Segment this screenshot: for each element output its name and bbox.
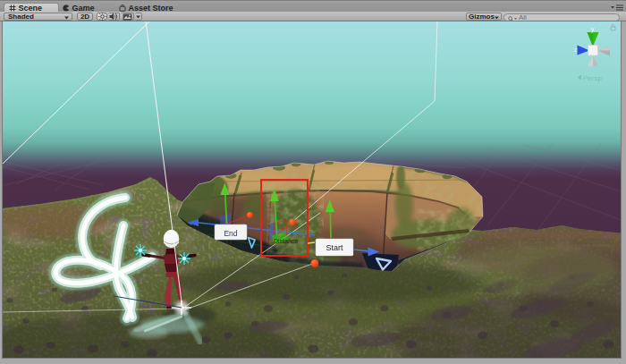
svg-text:Persp: Persp xyxy=(583,74,602,82)
svg-text:z: z xyxy=(574,47,578,53)
svg-text:End: End xyxy=(224,229,237,238)
svg-text:y: y xyxy=(591,26,595,33)
svg-text:Start: Start xyxy=(326,243,343,252)
svg-text:Distance: Distance xyxy=(274,238,298,244)
